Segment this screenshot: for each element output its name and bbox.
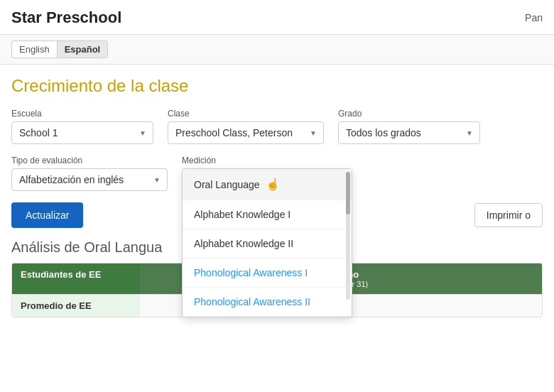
main-content: Crecimiento de la clase Escuela School 1… <box>0 65 554 317</box>
lang-tabs-container: English Español <box>0 35 554 65</box>
escuela-label: Escuela <box>11 109 153 119</box>
clase-select[interactable]: Preschool Class, Peterson <box>168 121 324 144</box>
cursor-icon: ☝ <box>266 178 280 191</box>
escuela-select-wrapper: School 1 <box>11 121 153 144</box>
tipo-label: Tipo de evaluación <box>11 156 168 165</box>
tipo-select-wrapper: Alfabetización en inglés <box>11 168 168 191</box>
grado-select-wrapper: Todos los grados <box>338 121 480 144</box>
clase-select-wrapper: Preschool Class, Peterson <box>168 121 324 144</box>
app-title: Star Preschool <box>11 9 121 27</box>
tipo-select[interactable]: Alfabetización en inglés <box>11 168 168 191</box>
form-row-1: Escuela School 1 Clase Preschool Class, … <box>11 109 543 144</box>
page-title: Crecimiento de la clase <box>11 76 543 96</box>
tipo-group: Tipo de evaluación Alfabetización en ing… <box>11 156 168 191</box>
dropdown-scrollbar[interactable] <box>346 172 350 300</box>
grado-select[interactable]: Todos los grados <box>338 121 480 144</box>
escuela-select[interactable]: School 1 <box>11 121 153 144</box>
medicion-dropdown-wrapper: Oral Language Oral Language ☝ Alphabet K… <box>182 168 338 191</box>
dropdown-item-alphabet-1[interactable]: Alphabet Knowledge I <box>183 200 352 229</box>
escuela-group: Escuela School 1 <box>11 109 153 144</box>
form-row-2: Tipo de evaluación Alfabetización en ing… <box>11 156 543 191</box>
tab-espanol[interactable]: Español <box>57 40 109 58</box>
grado-group: Grado Todos los grados <box>338 109 480 144</box>
grado-label: Grado <box>338 109 480 119</box>
clase-label: Clase <box>168 109 324 119</box>
print-button[interactable]: Imprimir o <box>474 203 543 227</box>
col-header-estudiantes: Estudiantes de EE <box>12 263 140 294</box>
dropdown-item-phonological-2[interactable]: Phonological Awareness II <box>183 288 352 317</box>
actualizar-button[interactable]: Actualizar <box>11 202 83 228</box>
dropdown-scrollbar-thumb <box>346 172 350 214</box>
medicion-dropdown-menu: Oral Language ☝ Alphabet Knowledge I Alp… <box>182 168 352 317</box>
medicion-label: Medición <box>182 156 338 165</box>
dropdown-item-phonological-1[interactable]: Phonological Awareness I <box>183 258 352 288</box>
tab-english[interactable]: English <box>11 40 57 58</box>
clase-group: Clase Preschool Class, Peterson <box>168 109 324 144</box>
dropdown-item-oral-language[interactable]: Oral Language ☝ <box>183 169 352 200</box>
app-header: Star Preschool Pan <box>0 0 554 35</box>
medicion-group: Medición Oral Language Oral Language ☝ A… <box>182 156 338 191</box>
row-label-promedio: Promedio de EE <box>12 295 140 317</box>
header-right: Pan <box>525 12 543 23</box>
dropdown-item-alphabet-2[interactable]: Alphabet Knowledge II <box>183 229 352 258</box>
